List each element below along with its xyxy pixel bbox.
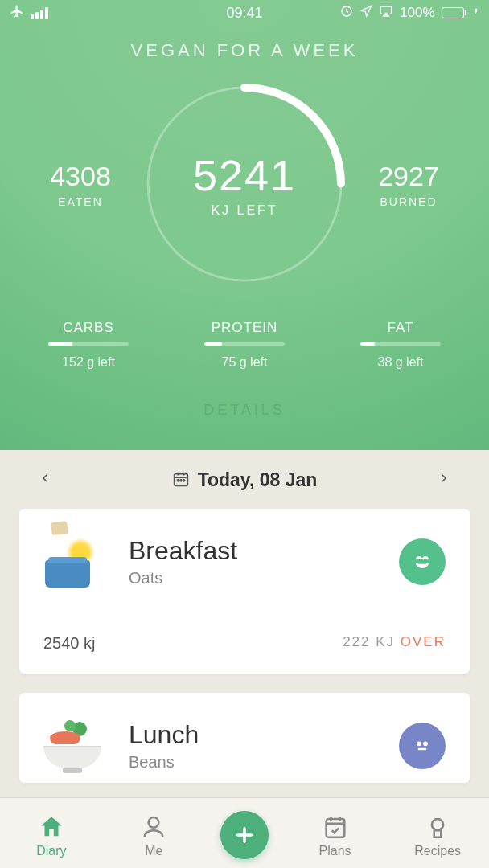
neutral-face-icon[interactable] bbox=[399, 723, 446, 769]
tab-plans[interactable]: Plans bbox=[299, 813, 372, 858]
status-bar: 09:41 100% bbox=[0, 0, 489, 26]
details-button[interactable]: DETAILS bbox=[0, 402, 489, 419]
orientation-lock-icon bbox=[340, 5, 353, 22]
battery-icon bbox=[442, 7, 467, 18]
airplane-mode-icon bbox=[10, 4, 24, 23]
burned-stat: 2927 BURNED bbox=[360, 161, 457, 208]
bowl-icon bbox=[43, 717, 101, 775]
svg-point-12 bbox=[424, 743, 426, 745]
macro-fat: FAT 38 g left bbox=[344, 320, 457, 370]
svg-point-8 bbox=[177, 479, 179, 481]
svg-point-9 bbox=[180, 479, 182, 481]
happy-face-icon[interactable] bbox=[399, 538, 446, 585]
toaster-icon bbox=[43, 533, 101, 591]
macro-carbs-left: 152 g left bbox=[32, 355, 145, 370]
macro-protein: PROTEIN 75 g left bbox=[188, 320, 301, 370]
svg-point-14 bbox=[149, 817, 159, 827]
macro-fat-left: 38 g left bbox=[344, 355, 457, 370]
meal-name: Lunch bbox=[129, 720, 399, 750]
signal-bars-icon bbox=[31, 7, 48, 19]
meal-kj: 2540 kj bbox=[43, 634, 96, 653]
location-icon bbox=[360, 5, 372, 22]
macro-fat-name: FAT bbox=[344, 320, 457, 336]
tab-bar: Diary Me Plans Recipes bbox=[0, 797, 489, 868]
svg-point-10 bbox=[183, 479, 184, 481]
tab-recipes-label: Recipes bbox=[414, 844, 461, 858]
macro-protein-left: 75 g left bbox=[188, 355, 301, 370]
calories-ring[interactable]: 5241 KJ LEFT bbox=[144, 84, 345, 285]
macro-protein-name: PROTEIN bbox=[188, 320, 301, 336]
svg-marker-1 bbox=[384, 13, 389, 16]
meal-over: 222 KJ OVER bbox=[343, 634, 446, 653]
meal-card-lunch[interactable]: Lunch Beans bbox=[19, 693, 470, 783]
eaten-label: EATEN bbox=[32, 195, 129, 208]
burned-value: 2927 bbox=[360, 161, 457, 192]
battery-percentage: 100% bbox=[400, 5, 434, 21]
meal-food: Oats bbox=[129, 569, 399, 588]
add-button[interactable] bbox=[220, 811, 269, 859]
app-title: VEGAN FOR A WEEK bbox=[0, 40, 489, 61]
macro-carbs-name: CARBS bbox=[32, 320, 145, 336]
tab-me[interactable]: Me bbox=[117, 813, 190, 858]
kj-left-value: 5241 bbox=[193, 150, 296, 200]
eaten-value: 4308 bbox=[32, 161, 129, 192]
svg-rect-17 bbox=[326, 819, 344, 837]
meal-name: Breakfast bbox=[129, 536, 399, 566]
eaten-stat: 4308 EATEN bbox=[32, 161, 129, 208]
tab-recipes[interactable]: Recipes bbox=[401, 813, 474, 858]
burned-label: BURNED bbox=[360, 195, 457, 208]
macro-carbs: CARBS 152 g left bbox=[32, 320, 145, 370]
svg-point-11 bbox=[417, 743, 420, 745]
next-day-button[interactable] bbox=[438, 469, 450, 491]
date-label[interactable]: Today, 08 Jan bbox=[198, 469, 318, 491]
calendar-icon[interactable] bbox=[172, 470, 190, 491]
tab-me-label: Me bbox=[145, 844, 162, 858]
airplay-icon bbox=[379, 5, 393, 22]
tab-diary[interactable]: Diary bbox=[15, 813, 88, 858]
tab-diary-label: Diary bbox=[36, 844, 66, 858]
tab-plans-label: Plans bbox=[319, 844, 351, 858]
kj-left-label: KJ LEFT bbox=[211, 203, 277, 218]
meal-card-breakfast[interactable]: Breakfast Oats 2540 kj 222 KJ OVER bbox=[19, 509, 470, 674]
prev-day-button[interactable] bbox=[39, 469, 51, 491]
meal-food: Beans bbox=[129, 753, 399, 772]
charging-icon bbox=[473, 5, 479, 21]
status-time: 09:41 bbox=[226, 5, 262, 22]
